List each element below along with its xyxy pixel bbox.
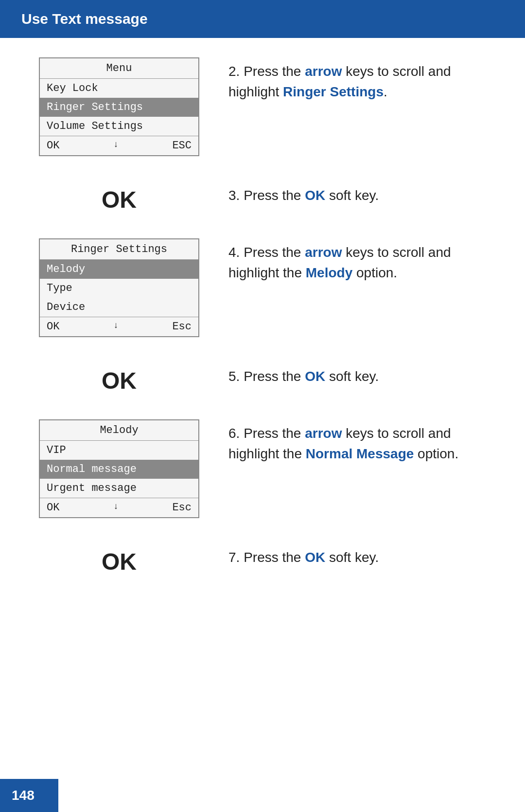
text-part-step2-1: arrow xyxy=(305,64,342,79)
device-item-step6-2: Urgent message xyxy=(40,479,198,498)
instruction-row-step4: Ringer SettingsMelodyTypeDeviceOK↓Esc4. … xyxy=(29,238,496,337)
step-number-step3: 3. xyxy=(228,188,244,203)
right-col-step2: 2. Press the arrow keys to scroll and hi… xyxy=(228,57,496,102)
device-title-step2: Menu xyxy=(40,58,198,79)
device-item-step4-1: Type xyxy=(40,279,198,298)
text-part-step6-0: Press the xyxy=(244,426,305,441)
text-part-step4-3: Melody xyxy=(306,265,352,280)
step-number-step4: 4. xyxy=(228,245,244,260)
device-item-step2-0: Key Lock xyxy=(40,79,198,98)
device-footer-step2: OK↓ESC xyxy=(40,136,198,155)
footer-left-step6: OK xyxy=(47,502,59,514)
step-number-step2: 2. xyxy=(228,64,244,79)
left-col-step2: MenuKey LockRinger SettingsVolume Settin… xyxy=(29,57,209,156)
footer-right-step2: ESC xyxy=(172,140,192,152)
text-part-step7-0: Press the xyxy=(244,550,305,565)
footer-arrow-step2: ↓ xyxy=(113,140,119,152)
left-col-step4: Ringer SettingsMelodyTypeDeviceOK↓Esc xyxy=(29,238,209,337)
text-part-step6-3: Normal Message xyxy=(306,446,414,461)
device-title-step4: Ringer Settings xyxy=(40,239,198,260)
device-footer-step4: OK↓Esc xyxy=(40,317,198,336)
device-screen-step4: Ringer SettingsMelodyTypeDeviceOK↓Esc xyxy=(39,238,199,337)
left-col-step3: OK xyxy=(29,181,209,213)
instruction-row-step2: MenuKey LockRinger SettingsVolume Settin… xyxy=(29,57,496,156)
right-col-step3: 3. Press the OK soft key. xyxy=(228,181,496,206)
instruction-row-step5: OK5. Press the OK soft key. xyxy=(29,362,496,394)
right-col-step5: 5. Press the OK soft key. xyxy=(228,362,496,387)
ok-text-step7: OK xyxy=(29,543,209,575)
ok-text-step3: OK xyxy=(29,181,209,213)
header-bar: Use Text message xyxy=(0,0,525,38)
text-part-step5-1: OK xyxy=(305,369,325,384)
text-part-step2-3: Ringer Settings xyxy=(283,84,384,99)
device-screen-step2: MenuKey LockRinger SettingsVolume Settin… xyxy=(39,57,199,156)
text-part-step7-2: soft key. xyxy=(325,550,379,565)
footer-arrow-step4: ↓ xyxy=(113,321,119,333)
text-part-step6-1: arrow xyxy=(305,426,342,441)
step-number-step7: 7. xyxy=(228,550,244,565)
right-col-step4: 4. Press the arrow keys to scroll and hi… xyxy=(228,238,496,283)
left-col-step6: MelodyVIPNormal messageUrgent messageOK↓… xyxy=(29,419,209,518)
instruction-row-step6: MelodyVIPNormal messageUrgent messageOK↓… xyxy=(29,419,496,518)
text-part-step6-4: option. xyxy=(414,446,458,461)
device-item-step2-2: Volume Settings xyxy=(40,117,198,136)
footer-right-step4: Esc xyxy=(172,321,192,333)
text-part-step3-1: OK xyxy=(305,188,325,203)
text-part-step5-2: soft key. xyxy=(325,369,379,384)
step-number-step5: 5. xyxy=(228,369,244,384)
instruction-row-step3: OK3. Press the OK soft key. xyxy=(29,181,496,213)
header-title: Use Text message xyxy=(21,11,148,27)
text-part-step7-1: OK xyxy=(305,550,325,565)
text-part-step3-0: Press the xyxy=(244,188,305,203)
main-content: MenuKey LockRinger SettingsVolume Settin… xyxy=(0,38,525,630)
page-footer: 148 xyxy=(0,779,58,812)
right-col-step7: 7. Press the OK soft key. xyxy=(228,543,496,568)
page-number: 148 xyxy=(12,788,35,803)
device-item-step6-0: VIP xyxy=(40,441,198,460)
text-part-step2-0: Press the xyxy=(244,64,305,79)
left-col-step5: OK xyxy=(29,362,209,394)
text-part-step5-0: Press the xyxy=(244,369,305,384)
footer-right-step6: Esc xyxy=(172,502,192,514)
step-number-step6: 6. xyxy=(228,426,244,441)
device-item-step4-2: Device xyxy=(40,298,198,317)
left-col-step7: OK xyxy=(29,543,209,575)
text-part-step4-4: option. xyxy=(352,265,397,280)
device-item-step6-1: Normal message xyxy=(40,460,198,479)
right-col-step6: 6. Press the arrow keys to scroll and hi… xyxy=(228,419,496,464)
device-title-step6: Melody xyxy=(40,420,198,441)
footer-left-step4: OK xyxy=(47,321,59,333)
device-screen-step6: MelodyVIPNormal messageUrgent messageOK↓… xyxy=(39,419,199,518)
instruction-row-step7: OK7. Press the OK soft key. xyxy=(29,543,496,575)
text-part-step2-4: . xyxy=(384,84,387,99)
ok-text-step5: OK xyxy=(29,362,209,394)
device-item-step4-0: Melody xyxy=(40,260,198,279)
footer-arrow-step6: ↓ xyxy=(113,502,119,514)
device-item-step2-1: Ringer Settings xyxy=(40,98,198,117)
text-part-step4-0: Press the xyxy=(244,245,305,260)
footer-left-step2: OK xyxy=(47,140,59,152)
text-part-step4-1: arrow xyxy=(305,245,342,260)
text-part-step3-2: soft key. xyxy=(325,188,379,203)
device-footer-step6: OK↓Esc xyxy=(40,498,198,517)
